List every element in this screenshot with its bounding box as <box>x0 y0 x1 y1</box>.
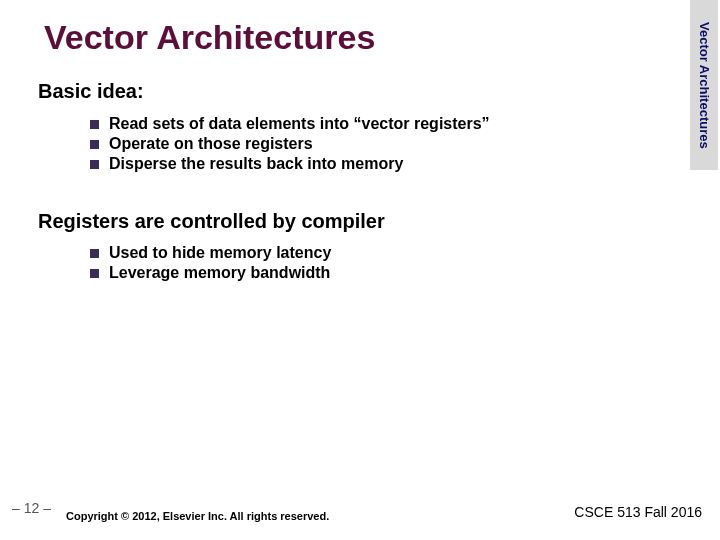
list-item: Read sets of data elements into “vector … <box>90 115 490 133</box>
bullet-text: Used to hide memory latency <box>109 244 331 262</box>
side-label-text: Vector Architectures <box>697 22 712 149</box>
list-item: Disperse the results back into memory <box>90 155 490 173</box>
slide: Vector Architectures Vector Architecture… <box>0 0 720 540</box>
square-bullet-icon <box>90 120 99 129</box>
section-heading-2: Registers are controlled by compiler <box>38 210 385 233</box>
bullet-list-1: Read sets of data elements into “vector … <box>90 115 490 175</box>
list-item: Used to hide memory latency <box>90 244 331 262</box>
square-bullet-icon <box>90 269 99 278</box>
bullet-list-2: Used to hide memory latency Leverage mem… <box>90 244 331 284</box>
bullet-text: Operate on those registers <box>109 135 313 153</box>
course-label: CSCE 513 Fall 2016 <box>574 504 702 520</box>
list-item: Leverage memory bandwidth <box>90 264 331 282</box>
copyright-text: Copyright © 2012, Elsevier Inc. All righ… <box>66 510 329 522</box>
bullet-text: Disperse the results back into memory <box>109 155 403 173</box>
page-number: – 12 – <box>12 500 51 516</box>
slide-title: Vector Architectures <box>44 18 375 57</box>
section-heading-1: Basic idea: <box>38 80 144 103</box>
bullet-text: Read sets of data elements into “vector … <box>109 115 490 133</box>
square-bullet-icon <box>90 160 99 169</box>
bullet-text: Leverage memory bandwidth <box>109 264 330 282</box>
square-bullet-icon <box>90 249 99 258</box>
side-label-box: Vector Architectures <box>690 0 718 170</box>
square-bullet-icon <box>90 140 99 149</box>
list-item: Operate on those registers <box>90 135 490 153</box>
